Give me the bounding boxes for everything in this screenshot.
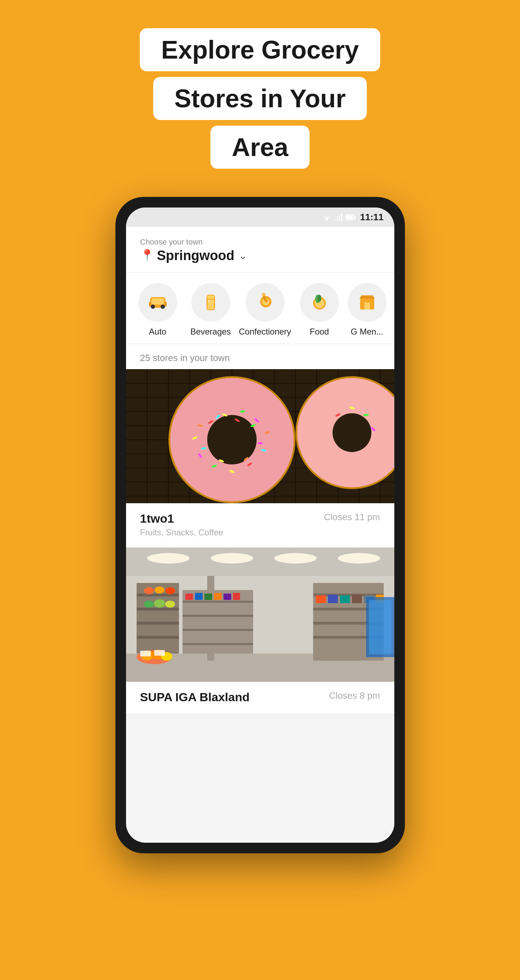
svg-point-89 [274, 553, 317, 563]
hero-line-2: Stores in Your [153, 77, 367, 120]
svg-rect-31 [364, 302, 370, 310]
svg-rect-110 [195, 593, 203, 600]
store-info-1two1: 1two1 Closes 11 pm Fruits, Snacks, Coffe… [126, 503, 394, 547]
svg-point-29 [318, 295, 321, 302]
category-general-label: G Men... [351, 327, 383, 337]
svg-point-25 [263, 294, 265, 296]
chevron-down-icon: ⌄ [239, 250, 247, 261]
location-pin-icon: 📍 [140, 250, 153, 262]
category-beverages-label: Beverages [190, 327, 231, 337]
svg-rect-106 [182, 615, 253, 617]
battery-icon [345, 214, 356, 221]
svg-rect-18 [207, 295, 214, 299]
svg-point-97 [144, 587, 154, 594]
svg-point-102 [165, 601, 175, 608]
store-count: 25 stores in your town [126, 344, 394, 369]
svg-rect-4 [335, 218, 336, 221]
svg-rect-7 [341, 213, 343, 221]
svg-point-87 [147, 553, 190, 563]
store-name-1two1: 1two1 [140, 512, 174, 525]
status-icons [322, 213, 356, 221]
category-food-label: Food [309, 327, 329, 337]
category-auto-icon [139, 283, 177, 322]
status-bar: 11:11 [126, 207, 394, 227]
svg-rect-14 [152, 298, 164, 305]
store-hours-1two1: Closes 11 pm [324, 512, 380, 523]
svg-rect-93 [137, 593, 179, 597]
store-name-supa-iga: SUPA IGA Blaxland [140, 690, 250, 704]
svg-rect-133 [369, 600, 391, 654]
svg-point-90 [338, 553, 380, 563]
svg-point-16 [161, 305, 165, 309]
svg-rect-94 [137, 608, 179, 611]
store-image-1two1 [126, 369, 394, 503]
status-time: 11:11 [360, 212, 384, 223]
svg-rect-105 [182, 601, 253, 603]
svg-point-57 [207, 415, 257, 465]
wifi-icon [322, 213, 332, 221]
store-hours-supa-iga: Closes 8 pm [329, 690, 380, 701]
location-name: Springwood [157, 248, 235, 263]
store-info-row-1two1: 1two1 Closes 11 pm [140, 512, 380, 525]
store-tags-1two1: Fruits, Snacks, Coffee [140, 528, 380, 538]
svg-point-80 [333, 413, 372, 452]
svg-point-98 [155, 587, 164, 593]
category-food[interactable]: Food [295, 283, 344, 337]
svg-rect-13 [164, 302, 167, 307]
categories-row: Auto Beverages [126, 272, 394, 344]
svg-rect-9 [346, 216, 353, 219]
category-food-icon [300, 283, 339, 322]
svg-rect-12 [149, 302, 151, 307]
signal-icon [335, 213, 343, 221]
svg-rect-130 [140, 651, 151, 656]
category-beverages[interactable]: Beverages [186, 283, 236, 337]
category-confectionery[interactable]: Confectionery [239, 283, 291, 337]
store-image-supa-iga [126, 548, 394, 682]
svg-rect-20 [208, 300, 210, 302]
hero-line-1: Explore Grocery [140, 28, 380, 71]
svg-point-88 [211, 553, 253, 563]
svg-point-99 [165, 587, 175, 594]
svg-rect-120 [316, 595, 326, 603]
svg-rect-5 [337, 217, 338, 221]
app-header: Choose your town 📍 Springwood ⌄ [126, 227, 394, 272]
svg-rect-111 [204, 593, 212, 600]
svg-rect-113 [223, 593, 231, 600]
category-beverages-icon [191, 283, 230, 322]
hero-line-3: Area [211, 126, 309, 169]
location-row[interactable]: 📍 Springwood ⌄ [140, 248, 380, 263]
svg-rect-112 [214, 593, 222, 600]
store-info-supa-iga: SUPA IGA Blaxland Closes 8 pm [126, 682, 394, 714]
category-auto[interactable]: Auto [133, 283, 182, 337]
location-label: Choose your town [140, 237, 380, 247]
svg-rect-96 [137, 636, 179, 639]
category-general-icon [348, 283, 386, 322]
svg-rect-6 [339, 215, 340, 221]
svg-rect-107 [182, 629, 253, 631]
category-confectionery-icon [246, 283, 284, 322]
category-general[interactable]: G Men... [348, 283, 386, 337]
phone-mockup: 11:11 Choose your town 📍 Springwood ⌄ [115, 197, 405, 853]
store-card-supa-iga[interactable]: SUPA IGA Blaxland Closes 8 pm [126, 548, 394, 714]
svg-rect-131 [154, 650, 165, 656]
svg-rect-109 [185, 593, 193, 600]
svg-rect-121 [328, 595, 338, 603]
svg-rect-95 [137, 622, 179, 625]
svg-rect-114 [233, 593, 240, 600]
svg-point-100 [144, 601, 154, 608]
phone-frame: 11:11 Choose your town 📍 Springwood ⌄ [115, 197, 405, 853]
svg-rect-123 [352, 595, 362, 603]
svg-rect-10 [355, 216, 356, 218]
store-info-row-supa-iga: SUPA IGA Blaxland Closes 8 pm [140, 690, 380, 704]
category-auto-label: Auto [149, 327, 166, 337]
hero-section: Explore Grocery Stores in Your Area [140, 28, 380, 169]
svg-point-15 [151, 305, 155, 309]
phone-screen: 11:11 Choose your town 📍 Springwood ⌄ [126, 207, 394, 843]
category-confectionery-label: Confectionery [239, 327, 291, 337]
svg-point-3 [326, 220, 328, 221]
svg-rect-108 [182, 643, 253, 645]
store-card-1two1[interactable]: 1two1 Closes 11 pm Fruits, Snacks, Coffe… [126, 369, 394, 548]
svg-rect-122 [340, 595, 350, 603]
svg-point-101 [154, 599, 165, 608]
